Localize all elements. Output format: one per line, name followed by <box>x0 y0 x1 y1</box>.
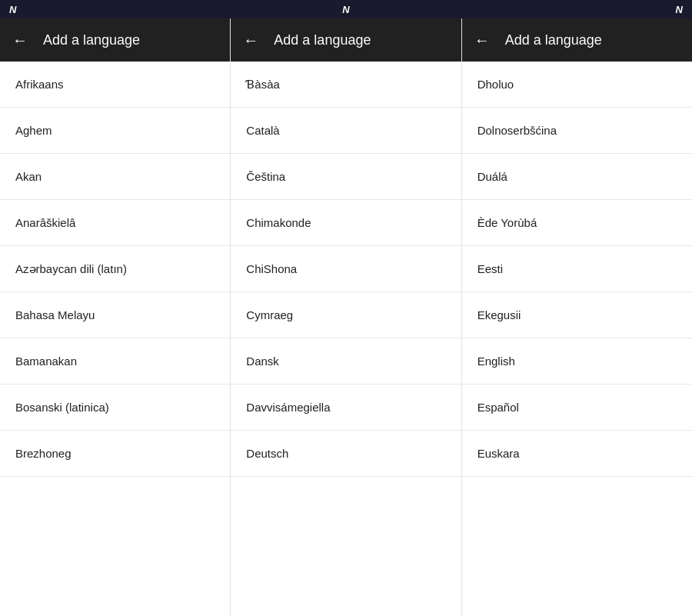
language-name: Azərbaycan dili (latın) <box>15 262 127 276</box>
language-item[interactable]: Bosanski (latinica) <box>0 385 230 431</box>
language-item[interactable]: Ɓàsàa <box>231 62 461 108</box>
language-name: Cymraeg <box>246 308 293 321</box>
language-name: Español <box>477 401 519 414</box>
language-item[interactable]: Dolnoserbšćina <box>462 108 692 154</box>
language-item[interactable]: Afrikaans <box>0 62 230 108</box>
language-item[interactable]: Čeština <box>231 154 461 200</box>
language-name: Dholuo <box>477 78 514 91</box>
language-item[interactable]: Dansk <box>231 338 461 385</box>
language-list-3: DholuoDolnoserbšćinaDuáláÈde YorùbáEesti… <box>462 62 692 616</box>
language-item[interactable]: Ède Yorùbá <box>462 200 692 246</box>
language-list-2: ƁàsàaCatalàČeštinaChimakondeChiShonaCymr… <box>231 62 461 616</box>
language-name: Eesti <box>477 262 503 275</box>
language-item[interactable]: Cymraeg <box>231 292 461 338</box>
language-item[interactable]: Aghem <box>0 108 230 154</box>
language-name: Català <box>246 124 279 137</box>
language-name: Duálá <box>477 170 507 183</box>
column-3: ← Add a language DholuoDolnoserbšćinaDuá… <box>462 18 692 616</box>
language-name: Deutsch <box>246 447 288 460</box>
status-bar-right: N <box>461 0 692 18</box>
status-bar-center: N <box>231 0 461 18</box>
language-name: Euskara <box>477 447 520 460</box>
column-2: ← Add a language ƁàsàaCatalàČeštinaChima… <box>231 18 461 616</box>
language-item[interactable]: Duálá <box>462 154 692 200</box>
language-item[interactable]: Català <box>231 108 461 154</box>
language-item[interactable]: Anarâškielâ <box>0 200 230 246</box>
language-name: Bosanski (latinica) <box>15 401 109 414</box>
language-name: Bamanakan <box>15 355 77 368</box>
language-item[interactable]: Español <box>462 385 692 431</box>
notification-icon-left: N <box>9 4 16 15</box>
language-name: Davvisámegiella <box>246 401 330 414</box>
language-name: Afrikaans <box>15 78 64 91</box>
header-2: ← Add a language <box>231 18 461 62</box>
language-name: Chimakonde <box>246 216 311 229</box>
language-item[interactable]: Akan <box>0 154 230 200</box>
language-item[interactable]: ChiShona <box>231 246 461 292</box>
language-item[interactable]: English <box>462 338 692 385</box>
language-name: ChiShona <box>246 262 297 275</box>
language-name: Čeština <box>246 170 285 183</box>
language-name: Dolnoserbšćina <box>477 124 557 137</box>
language-item[interactable]: Ekegusii <box>462 292 692 338</box>
back-button-1[interactable]: ← <box>12 32 28 48</box>
language-item[interactable]: Bahasa Melayu <box>0 292 230 338</box>
language-item[interactable]: Euskara <box>462 431 692 477</box>
language-item[interactable]: Azərbaycan dili (latın) <box>0 246 230 292</box>
language-item[interactable]: Deutsch <box>231 431 461 477</box>
language-item[interactable]: Eesti <box>462 246 692 292</box>
language-name: Ɓàsàa <box>246 78 280 92</box>
header-title-2: Add a language <box>274 32 371 48</box>
language-name: Akan <box>15 170 42 183</box>
header-1: ← Add a language <box>0 18 230 62</box>
notification-icon-right: N <box>676 4 683 15</box>
back-button-2[interactable]: ← <box>243 32 258 48</box>
language-name: Aghem <box>15 124 52 137</box>
status-bar: N N N <box>0 0 692 18</box>
language-list-1: AfrikaansAghemAkanAnarâškielâAzərbaycan … <box>0 62 230 616</box>
language-name: Ède Yorùbá <box>477 216 537 229</box>
language-name: Bahasa Melayu <box>15 308 95 321</box>
language-item[interactable]: Chimakonde <box>231 200 461 246</box>
language-name: Dansk <box>246 355 279 368</box>
language-item[interactable]: Brezhoneg <box>0 431 230 477</box>
language-item[interactable]: Dholuo <box>462 62 692 108</box>
language-item[interactable]: Bamanakan <box>0 338 230 385</box>
header-title-3: Add a language <box>505 32 602 48</box>
back-button-3[interactable]: ← <box>474 32 490 48</box>
language-name: Ekegusii <box>477 308 521 321</box>
language-item[interactable]: Davvisámegiella <box>231 385 461 431</box>
notification-icon-center: N <box>342 4 349 15</box>
language-name: Brezhoneg <box>15 447 72 460</box>
columns-wrapper: ← Add a language AfrikaansAghemAkanAnarâ… <box>0 18 692 616</box>
status-bar-left: N <box>0 0 231 18</box>
header-title-1: Add a language <box>43 32 140 48</box>
language-name: Anarâškielâ <box>15 216 75 229</box>
header-3: ← Add a language <box>462 18 692 62</box>
language-name: English <box>477 355 515 368</box>
column-1: ← Add a language AfrikaansAghemAkanAnarâ… <box>0 18 231 616</box>
